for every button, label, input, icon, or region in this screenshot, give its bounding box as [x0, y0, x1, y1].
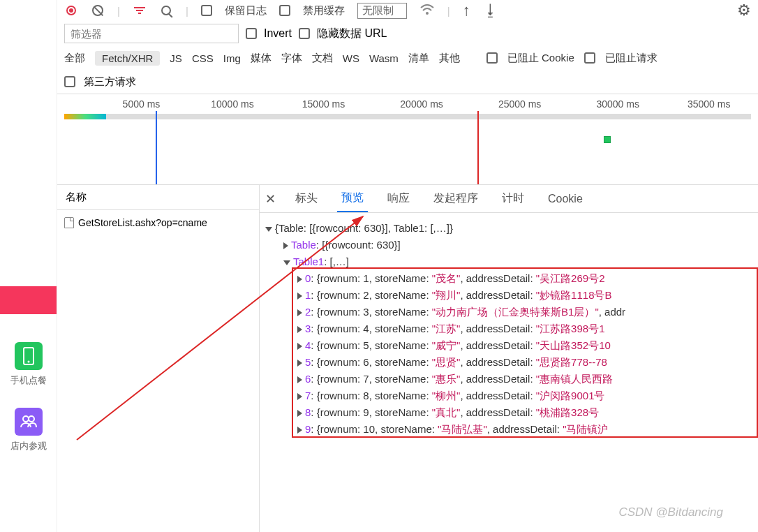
sidebar-item-store-view[interactable]: 店内参观 [10, 408, 47, 452]
settings-icon[interactable]: ⚙ [737, 1, 751, 20]
timeline-marker-dom [477, 111, 479, 184]
tab-timing[interactable]: 计时 [498, 186, 528, 212]
disable-cache-label: 禁用缓存 [303, 4, 345, 17]
disable-cache-checkbox[interactable] [279, 5, 290, 16]
watermark: CSDN @Bitdancing [618, 505, 723, 519]
tab-headers[interactable]: 标头 [291, 186, 322, 212]
annotation-box [292, 267, 758, 438]
type-ws[interactable]: WS [343, 52, 359, 64]
download-icon[interactable]: ⭳ [483, 1, 498, 20]
invert-checkbox[interactable] [246, 28, 257, 39]
timeline[interactable]: 5000 ms 10000 ms 15000 ms 20000 ms 25000… [57, 94, 758, 184]
clear-button[interactable] [91, 3, 105, 17]
throttle-select[interactable]: 无限制 [357, 3, 407, 19]
preserve-log-checkbox[interactable] [201, 5, 212, 16]
type-all[interactable]: 全部 [64, 52, 85, 65]
filter-input[interactable] [64, 24, 239, 43]
timeline-request-block [604, 136, 611, 143]
sidebar-label: 手机点餐 [10, 374, 47, 387]
svg-point-2 [23, 416, 29, 422]
type-js[interactable]: JS [170, 52, 182, 64]
app-sidebar: 手机点餐 店内参观 [0, 0, 57, 532]
devtools-network-panel: | | 保留日志 禁用缓存 无限制 | ↑ ⭳ ⚙ Invert 隐藏数据 UR… [57, 0, 758, 532]
file-icon [64, 217, 74, 228]
json-preview[interactable]: {Table: [{rowcount: 630}], Table1: [,…]}… [260, 213, 758, 532]
svg-point-1 [27, 361, 29, 363]
type-manifest[interactable]: 清单 [408, 52, 429, 65]
tab-preview[interactable]: 预览 [337, 185, 368, 212]
upload-icon[interactable]: ↑ [463, 1, 470, 20]
blocked-cookie-label: 已阻止 Cookie [507, 52, 574, 65]
request-list: 名称 GetStoreList.ashx?op=cname [57, 185, 260, 532]
svg-point-4 [426, 12, 429, 15]
request-name: GetStoreList.ashx?op=cname [78, 217, 207, 228]
filter-row: Invert 隐藏数据 URL [57, 21, 758, 46]
filter-toggle-icon[interactable] [133, 3, 147, 17]
invert-label: Invert [264, 27, 292, 40]
tab-cookie[interactable]: Cookie [544, 187, 587, 211]
third-party-label: 第三方请求 [84, 75, 136, 89]
search-icon[interactable] [159, 3, 173, 17]
hide-data-url-checkbox[interactable] [299, 28, 310, 39]
sidebar-item-phone-order[interactable]: 手机点餐 [10, 342, 47, 387]
blocked-req-label: 已阻止请求 [605, 52, 657, 65]
timeline-track [64, 114, 751, 119]
type-filter-row: 全部 Fetch/XHR JS CSS Img 媒体 字体 文档 WS Wasm… [57, 46, 758, 70]
sidebar-active-indicator [0, 286, 57, 314]
record-button[interactable] [64, 3, 78, 17]
type-css[interactable]: CSS [192, 52, 214, 64]
tab-initiator[interactable]: 发起程序 [429, 186, 482, 212]
request-item[interactable]: GetStoreList.ashx?op=cname [57, 210, 259, 235]
request-detail: ✕ 标头 预览 响应 发起程序 计时 Cookie {Table: [{rowc… [260, 185, 758, 532]
timeline-marker-load [156, 111, 157, 184]
hide-data-url-label: 隐藏数据 URL [317, 27, 387, 41]
phone-icon [15, 342, 43, 370]
close-icon[interactable]: ✕ [265, 191, 276, 207]
blocked-cookie-checkbox[interactable] [486, 52, 498, 64]
type-fetch-xhr[interactable]: Fetch/XHR [95, 51, 160, 66]
type-media[interactable]: 媒体 [251, 52, 272, 65]
name-column-header[interactable]: 名称 [57, 185, 259, 210]
group-icon [15, 408, 43, 436]
preserve-log-label: 保留日志 [225, 4, 267, 17]
request-panel: 名称 GetStoreList.ashx?op=cname ✕ 标头 预览 响应… [57, 184, 758, 532]
type-wasm[interactable]: Wasm [369, 52, 399, 64]
third-party-checkbox[interactable] [64, 76, 75, 87]
detail-tabs: ✕ 标头 预览 响应 发起程序 计时 Cookie [260, 185, 758, 213]
type-font[interactable]: 字体 [281, 52, 302, 65]
wifi-icon[interactable] [419, 3, 435, 18]
tab-response[interactable]: 响应 [383, 186, 414, 212]
type-doc[interactable]: 文档 [312, 52, 333, 65]
blocked-req-checkbox[interactable] [584, 52, 595, 64]
svg-point-3 [29, 416, 34, 422]
type-filter-row-2: 第三方请求 [57, 70, 758, 94]
network-toolbar: | | 保留日志 禁用缓存 无限制 | ↑ ⭳ ⚙ [57, 0, 758, 21]
type-img[interactable]: Img [223, 52, 241, 64]
sidebar-label: 店内参观 [10, 440, 47, 452]
type-other[interactable]: 其他 [439, 52, 460, 65]
